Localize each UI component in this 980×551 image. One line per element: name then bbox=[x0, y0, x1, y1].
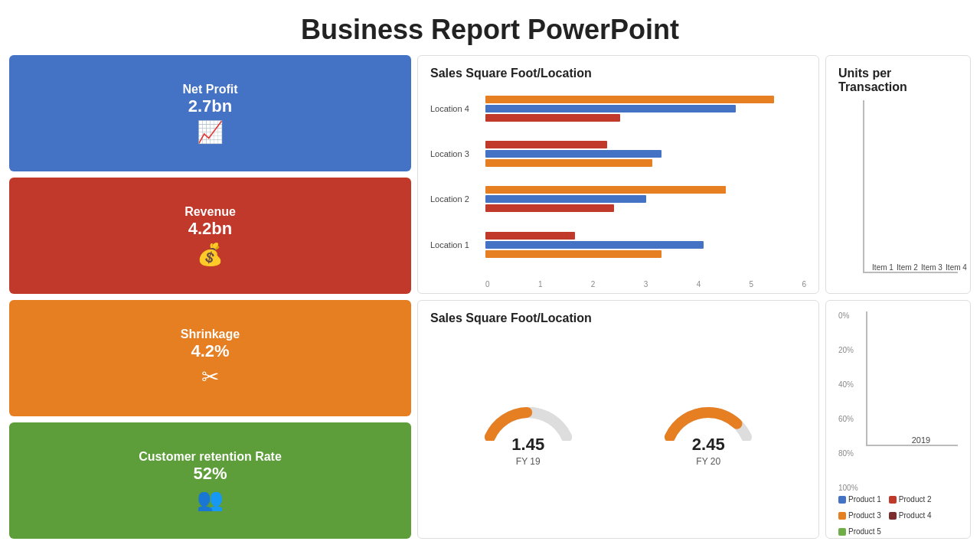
stacked-chart-card: 100% 80% 60% 40% 20% 0% 2019 bbox=[825, 300, 971, 539]
gauge-area: 1.45 FY 19 2.45 FY 20 bbox=[430, 331, 806, 523]
revenue-icon: 💰 bbox=[197, 242, 224, 267]
customer-retention-icon: 👥 bbox=[197, 487, 224, 512]
vbar-wrapper: 0 1 2 3 4 5 Item 1 Item 2 Item 3 bbox=[838, 100, 958, 294]
hbar-row-loc3: Location 3 bbox=[430, 141, 806, 167]
gauge-fy19: 1.45 FY 19 bbox=[482, 387, 574, 467]
kpi-customer-retention: Customer retention Rate 52% 👥 bbox=[9, 422, 411, 539]
kpi-panel: Net Profit 2.7bn 📈 Revenue 4.2bn 💰 Shrin… bbox=[9, 55, 411, 539]
legend-product2: Product 2 bbox=[889, 495, 932, 504]
legend-product3: Product 3 bbox=[838, 511, 881, 520]
stacked-2020: 2020 bbox=[952, 432, 971, 445]
stacked-chart: 2019 2020 bbox=[866, 311, 958, 446]
units-transaction-title: Units per Transaction bbox=[838, 67, 958, 94]
page-title: Business Report PowerPoint bbox=[0, 0, 980, 55]
gauge-fy19-svg bbox=[482, 387, 574, 441]
vbar-item1: Item 1 bbox=[871, 261, 895, 272]
kpi-net-profit: Net Profit 2.7bn 📈 bbox=[9, 55, 411, 171]
shrinkage-icon: ✂ bbox=[201, 364, 219, 390]
sales-horiz-title: Sales Square Foot/Location bbox=[430, 67, 806, 80]
hbar-row-loc2: Location 2 bbox=[430, 186, 806, 212]
hbar-row-loc4: Location 4 bbox=[430, 96, 806, 122]
vbar-item2: Item 2 bbox=[895, 261, 920, 272]
gauge-card: Sales Square Foot/Location 1.45 FY 19 bbox=[417, 300, 819, 539]
legend-product5: Product 5 bbox=[838, 527, 881, 536]
stacked-yaxis: 100% 80% 60% 40% 20% 0% bbox=[837, 311, 858, 492]
gauge-fy20: 2.45 FY 20 bbox=[662, 387, 754, 467]
gauge-fy20-svg bbox=[662, 387, 754, 441]
sales-horiz-chart: Location 4 Location 3 Location 2 bbox=[430, 86, 806, 294]
vbar-chart: Item 1 Item 2 Item 3 Item 4 Item 5 bbox=[863, 100, 958, 273]
legend-product4: Product 4 bbox=[889, 511, 932, 520]
kpi-revenue: Revenue 4.2bn 💰 bbox=[9, 178, 411, 294]
legend-product1: Product 1 bbox=[838, 495, 881, 504]
vbar-item4: Item 4 bbox=[944, 261, 969, 272]
vbar-item3: Item 3 bbox=[920, 261, 944, 272]
vbar-item5: Item 5 bbox=[969, 261, 971, 272]
sales-horiz-card: Sales Square Foot/Location Location 4 Lo… bbox=[417, 55, 819, 294]
kpi-shrinkage: Shrinkage 4.2% ✂ bbox=[9, 300, 411, 416]
stacked-wrapper: 100% 80% 60% 40% 20% 0% 2019 bbox=[838, 311, 958, 492]
stacked-2019: 2019 bbox=[890, 432, 952, 445]
hbar-row-loc1: Location 1 bbox=[430, 232, 806, 258]
chart-legend: Product 1 Product 2 Product 3 Product 4 … bbox=[838, 495, 958, 536]
units-transaction-card: Units per Transaction 0 1 2 3 4 5 Item 1… bbox=[825, 55, 971, 294]
gauge-title: Sales Square Foot/Location bbox=[430, 311, 806, 325]
net-profit-icon: 📈 bbox=[197, 119, 224, 145]
